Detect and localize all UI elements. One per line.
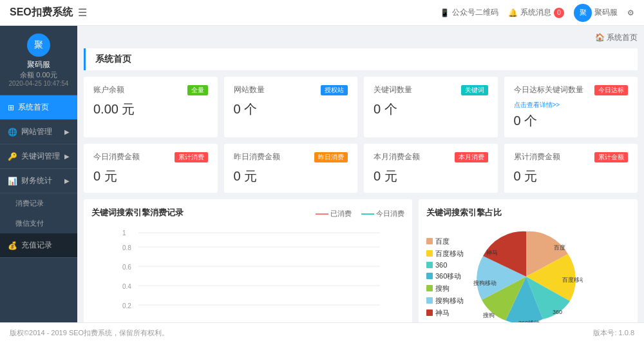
stat-title-today-cost: 今日消费金额 [93,152,140,162]
svg-text:360: 360 [553,309,562,315]
user-item[interactable]: 聚 聚码服 [574,4,618,22]
nav-label-keywords: 关键词管理 [21,151,60,162]
stat-value-sites: 0 个 [234,101,348,118]
360-label: 360 [435,261,447,269]
avatar: 聚 [574,4,592,22]
nav-item-keywords[interactable]: 🔑 关键词管理 ▶ [0,144,77,169]
baidu-mobile-color [426,250,433,257]
stat-badge-today-cost: 累计消费 [175,152,208,162]
stat-card-total-cost-header: 累计消费金额 累计金额 [514,152,629,162]
main-layout: 聚 聚码服 余额 0.00元 2020-04-25 10:47:54 ⊞ 系统首… [0,26,644,322]
user-avatar: 聚 [27,34,50,57]
footer-copyright: 版权©2014 - 2019 SEO扣费系统，保留所有权利。 [10,328,169,338]
stats-row-2: 今日消费金额 累计消费 0 元 昨日消费金额 昨日消费 0 元 本月消费金额 本… [84,144,638,193]
nav-item-home[interactable]: ⊞ 系统首页 [0,95,77,120]
svg-text:百度移动: 百度移动 [562,277,583,283]
line-chart-title: 关键词搜索引擎消费记录 [91,207,184,219]
site-icon: 🌐 [8,128,17,137]
hamburger-icon[interactable]: ☰ [78,6,87,19]
legend-baidu-mobile: 百度移动 [426,249,464,259]
stat-link-target[interactable]: 点击查看详情>> [514,101,629,110]
360-mobile-label: 360移动 [435,271,461,281]
nav-sub-consume[interactable]: 消费记录 [0,193,77,213]
svg-text:0.4: 0.4 [122,283,131,290]
stats-row-1: 账户余额 全量 0.00 元 网站数量 授权站 0 个 关键词数量 关键词 0 … [84,77,638,137]
svg-text:百度: 百度 [554,244,565,251]
stat-value-total-cost: 0 元 [514,168,629,185]
baidu-mobile-label: 百度移动 [435,249,464,259]
legend-sogou: 搜狗 [426,284,464,293]
breadcrumb: 🏠 系统首页 [595,32,638,43]
user-time: 2020-04-25 10:47:54 [9,80,69,87]
pie-chart-card: 关键词搜索引擎占比 百度 百度移动 360 [419,199,638,322]
qrcode-icon: 📱 [440,8,450,17]
notification-label: 系统消息 [520,7,551,18]
stat-card-month-cost: 本月消费金额 本月消费 0 元 [364,144,498,193]
footer: 版权©2014 - 2019 SEO扣费系统，保留所有权利。 版本号: 1.0.… [0,322,644,343]
nav-label-finance: 财务统计 [21,175,52,186]
stat-title-balance: 账户余额 [93,84,124,95]
stat-card-balance: 账户余额 全量 0.00 元 [84,77,218,137]
logo: SEO扣费系统 [10,6,73,19]
stat-badge-yest-cost: 昨日消费 [314,152,348,162]
legend-today: 今日消费 [361,209,404,219]
sidebar: 聚 聚码服 余额 0.00元 2020-04-25 10:47:54 ⊞ 系统首… [0,26,77,322]
stat-value-keywords: 0 个 [374,101,488,118]
baidu-label: 百度 [435,237,450,246]
stat-card-keywords-header: 关键词数量 关键词 [374,84,488,95]
baidu-color [426,238,433,244]
sogou-mobile-label: 搜狗移动 [435,296,464,306]
stat-card-month-cost-header: 本月消费金额 本月消费 [374,152,488,162]
user-label: 聚码服 [594,7,618,18]
settings-item[interactable]: ⚙ [627,8,634,17]
breadcrumb-bar: 🏠 系统首页 [84,32,638,43]
stat-card-yest-cost: 昨日消费金额 昨日消费 0 元 [224,144,358,193]
legend-already: 已消费 [316,209,352,219]
stat-title-sites: 网站数量 [234,84,265,95]
360-color [426,262,433,268]
stat-card-today-cost-header: 今日消费金额 累计消费 [93,152,208,162]
qrcode-item[interactable]: 📱 公众号二维码 [440,7,498,18]
qrcode-label: 公众号二维码 [452,7,498,18]
header-left: SEO扣费系统 ☰ [10,6,87,19]
nav-item-finance[interactable]: 📊 财务统计 ▶ [0,169,77,193]
legend-360: 360 [426,261,464,269]
stat-card-balance-header: 账户余额 全量 [93,84,208,95]
svg-text:0.2: 0.2 [122,302,131,309]
shenma-label: 神马 [435,308,450,318]
nav-item-sites[interactable]: 🌐 网站管理 ▶ [0,120,77,144]
notification-item[interactable]: 🔔 系统消息 0 [508,7,564,18]
pie-chart-area: 百度 百度移动 360 360移动 [426,224,630,322]
stat-badge-balance: 全量 [187,85,208,95]
stat-card-total-cost: 累计消费金额 累计金额 0 元 [504,144,638,193]
stat-card-target-header: 今日达标关键词数量 今日达标 [514,84,629,95]
svg-text:搜狗: 搜狗 [483,312,495,318]
nav-item-recharge[interactable]: 💰 充值记录 [0,233,77,258]
stat-title-yest-cost: 昨日消费金额 [234,152,280,162]
stat-title-target: 今日达标关键词数量 [514,84,583,95]
stat-card-yest-cost-header: 昨日消费金额 昨日消费 [234,152,348,162]
legend-shenma: 神马 [426,308,464,318]
pie-legend: 百度 百度移动 360 360移动 [426,237,464,318]
bell-icon: 🔔 [508,8,518,17]
svg-text:神马: 神马 [486,250,498,256]
legend-baidu: 百度 [426,237,464,246]
stat-card-sites: 网站数量 授权站 0 个 [224,77,358,137]
gear-icon: ⚙ [627,8,634,17]
stat-value-balance: 0.00 元 [93,101,208,118]
chevron-icon2: ▶ [64,153,70,160]
stat-value-target: 0 个 [514,112,629,130]
360-mobile-color [426,273,433,279]
finance-icon: 📊 [8,177,17,186]
footer-version: 版本号: 1.0.8 [593,328,634,338]
line-chart-card: 关键词搜索引擎消费记录 已消费 今日消费 0 0.2 0.4 0.6 0.8 1 [84,199,412,322]
svg-text:1: 1 [122,230,126,237]
charts-row: 关键词搜索引擎消费记录 已消费 今日消费 0 0.2 0.4 0.6 0.8 1 [84,199,638,322]
user-balance: 余额 0.00元 [20,70,57,80]
user-name: 聚码服 [27,59,50,70]
stat-badge-keywords: 关键词 [461,85,488,95]
stat-badge-month-cost: 本月消费 [455,152,488,162]
nav-sub-wechat[interactable]: 微信支付 [0,213,77,233]
line-chart-svg: 0 0.2 0.4 0.6 0.8 1 百度 [91,228,404,322]
header-right: 📱 公众号二维码 🔔 系统消息 0 聚 聚码服 ⚙ [440,4,634,22]
